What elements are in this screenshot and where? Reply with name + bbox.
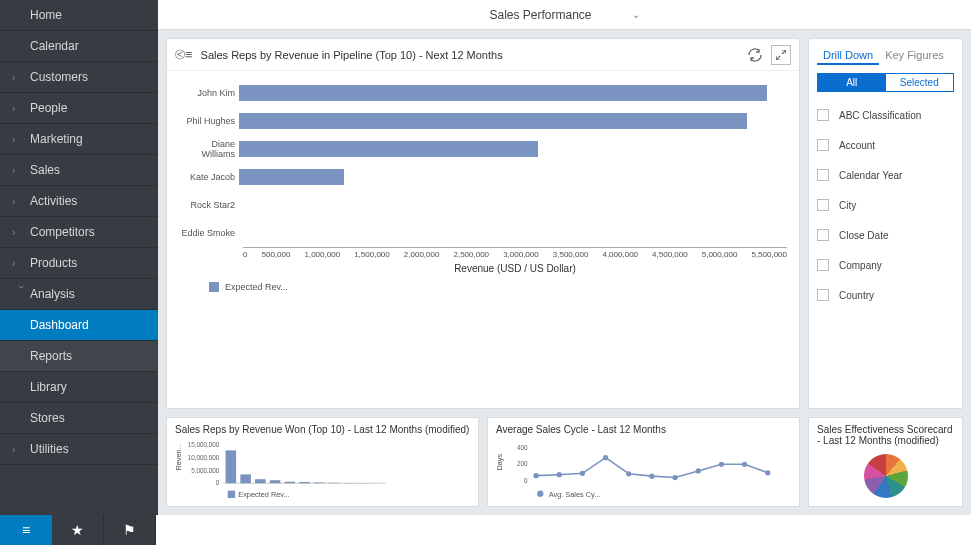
bar-label: Eddie Smoke	[179, 228, 239, 238]
sidebar-item-home[interactable]: Home	[0, 0, 158, 31]
favorite-button[interactable]: ★	[52, 515, 104, 545]
sidebar-item-utilities[interactable]: ›Utilities	[0, 434, 158, 465]
segment-all[interactable]: All	[818, 74, 886, 91]
sidebar-item-dashboard[interactable]: Dashboard	[0, 310, 158, 341]
bar-chart-icon: ⧀≡	[175, 47, 193, 63]
sidebar-item-calendar[interactable]: Calendar	[0, 31, 158, 62]
filter-item[interactable]: ABC Classification	[817, 100, 954, 130]
x-axis-label: Revenue (USD / US Dollar)	[243, 263, 787, 274]
filter-item[interactable]: Country	[817, 280, 954, 310]
svg-text:15,000,000: 15,000,000	[188, 441, 220, 448]
svg-rect-8	[270, 480, 281, 483]
checkbox[interactable]	[817, 199, 829, 211]
flag-button[interactable]: ⚑	[104, 515, 156, 545]
filter-item[interactable]: Calendar Year	[817, 160, 954, 190]
bar	[239, 113, 747, 129]
filter-item[interactable]: Close Date	[817, 220, 954, 250]
sidebar-item-library[interactable]: Library	[0, 372, 158, 403]
filter-item[interactable]: Company	[817, 250, 954, 280]
chevron-right-icon: ›	[12, 103, 30, 114]
sidebar-item-reports[interactable]: Reports	[0, 341, 158, 372]
bar-label: Phil Hughes	[179, 116, 239, 126]
checkbox[interactable]	[817, 259, 829, 271]
svg-rect-7	[255, 479, 266, 483]
bar-label: Kate Jacob	[179, 172, 239, 182]
svg-point-33	[537, 491, 543, 497]
checkbox[interactable]	[817, 109, 829, 121]
sidebar-item-analysis[interactable]: ›Analysis	[0, 279, 158, 310]
svg-rect-6	[240, 474, 251, 483]
sidebar-item-products[interactable]: ›Products	[0, 248, 158, 279]
sidebar: Home Calendar ›Customers ›People ›Market…	[0, 0, 158, 515]
footer-bar: ≡ ★ ⚑	[0, 515, 971, 545]
page-header: Sales Performance ⌄	[158, 0, 971, 30]
drill-down-panel: Drill Down Key Figures All Selected ABC …	[808, 38, 963, 409]
svg-rect-16	[228, 491, 235, 498]
small-chart-avg-cycle[interactable]: Average Sales Cycle - Last 12 Months 400…	[487, 417, 800, 507]
bar-label: John Kim	[179, 88, 239, 98]
chart-title: Sales Reps by Revenue in Pipeline (Top 1…	[201, 49, 503, 61]
svg-text:Avg. Sales Cy...: Avg. Sales Cy...	[549, 490, 601, 499]
content-area: Sales Performance ⌄ ⧀≡ Sales Reps by Rev…	[158, 0, 971, 515]
sidebar-item-competitors[interactable]: ›Competitors	[0, 217, 158, 248]
sidebar-item-customers[interactable]: ›Customers	[0, 62, 158, 93]
sidebar-item-people[interactable]: ›People	[0, 93, 158, 124]
sidebar-item-stores[interactable]: Stores	[0, 403, 158, 434]
checkbox[interactable]	[817, 289, 829, 301]
svg-text:Days: Days	[496, 454, 504, 471]
main-chart-panel: ⧀≡ Sales Reps by Revenue in Pipeline (To…	[166, 38, 800, 409]
filter-item[interactable]: City	[817, 190, 954, 220]
chevron-right-icon: ›	[12, 72, 30, 83]
chevron-right-icon: ›	[12, 165, 30, 176]
svg-rect-5	[226, 450, 237, 483]
small-chart-scorecard[interactable]: Sales Effectiveness Scorecard - Last 12 …	[808, 417, 963, 507]
sidebar-item-sales[interactable]: ›Sales	[0, 155, 158, 186]
chevron-right-icon: ›	[12, 196, 30, 207]
chevron-right-icon: ›	[12, 134, 30, 145]
bar-label: Rock Star2	[179, 200, 239, 210]
tab-key-figures[interactable]: Key Figures	[879, 47, 950, 65]
svg-text:0: 0	[216, 479, 220, 486]
expand-button[interactable]	[771, 45, 791, 65]
bar	[239, 85, 767, 101]
chart-legend: Expected Rev...	[209, 282, 787, 292]
bar	[239, 141, 538, 157]
svg-text:0: 0	[524, 477, 528, 484]
svg-text:5,000,000: 5,000,000	[191, 467, 220, 474]
svg-text:Expected Rev...: Expected Rev...	[238, 490, 289, 499]
sidebar-item-marketing[interactable]: ›Marketing	[0, 124, 158, 155]
svg-text:Reven...: Reven...	[175, 443, 183, 470]
svg-text:10,000,000: 10,000,000	[188, 454, 220, 461]
chevron-right-icon: ›	[12, 444, 30, 455]
svg-text:200: 200	[517, 460, 528, 467]
chevron-down-icon[interactable]: ⌄	[632, 9, 640, 20]
filter-item[interactable]: Account	[817, 130, 954, 160]
pie-chart-icon	[864, 454, 908, 498]
checkbox[interactable]	[817, 169, 829, 181]
refresh-button[interactable]	[745, 45, 765, 65]
chevron-right-icon: ›	[12, 258, 30, 269]
checkbox[interactable]	[817, 229, 829, 241]
chevron-right-icon: ›	[12, 227, 30, 238]
menu-button[interactable]: ≡	[0, 515, 52, 545]
page-title: Sales Performance	[489, 8, 591, 22]
chevron-down-icon: ›	[16, 285, 27, 303]
sidebar-item-activities[interactable]: ›Activities	[0, 186, 158, 217]
checkbox[interactable]	[817, 139, 829, 151]
svg-text:400: 400	[517, 444, 528, 451]
bar-label: Diane Williams	[179, 139, 239, 159]
bar	[239, 169, 344, 185]
segment-selected[interactable]: Selected	[886, 74, 954, 91]
tab-drill-down[interactable]: Drill Down	[817, 47, 879, 65]
small-chart-revenue-won[interactable]: Sales Reps by Revenue Won (Top 10) - Las…	[166, 417, 479, 507]
